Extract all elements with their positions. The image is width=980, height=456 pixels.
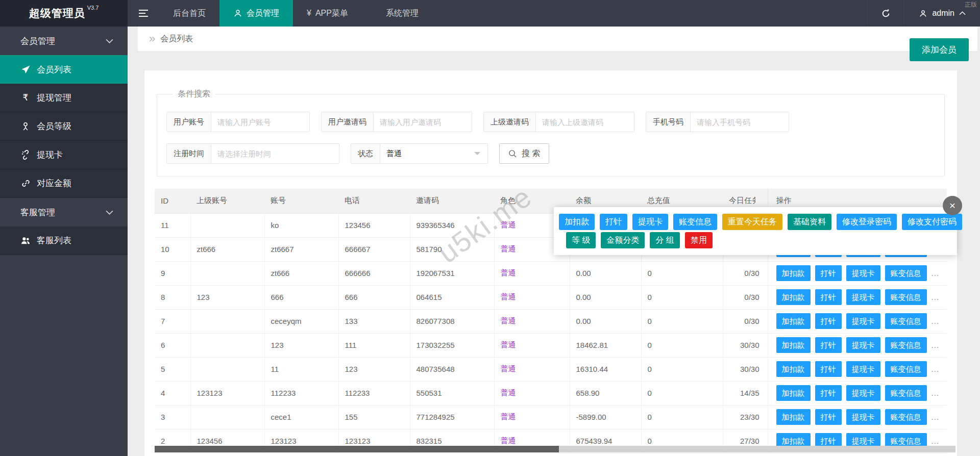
sidebar-group-members[interactable]: 会员管理 — [0, 27, 128, 55]
close-icon[interactable]: × — [943, 196, 962, 215]
cell-today-task: 30/30 — [723, 357, 768, 381]
scrollbar-thumb[interactable] — [155, 446, 559, 452]
row-action-button[interactable]: 打针 — [815, 361, 842, 377]
role-link[interactable]: 普通 — [501, 436, 516, 445]
row-action-button[interactable]: 加扣款 — [776, 361, 811, 377]
cell-role: 普通 — [494, 261, 570, 285]
more-actions[interactable]: ... — [932, 365, 940, 373]
row-action-button[interactable]: 打针 — [815, 313, 842, 329]
more-actions[interactable]: ... — [932, 317, 940, 325]
popup-action-button[interactable]: 基础资料 — [788, 214, 831, 230]
row-action-button[interactable]: 打针 — [815, 265, 842, 281]
sidebar-item-withdraw-card[interactable]: 提现卡 — [0, 141, 128, 169]
role-link[interactable]: 普通 — [501, 388, 516, 397]
register-time-input[interactable] — [211, 144, 339, 163]
chevron-down-icon — [106, 39, 113, 43]
cell-balance: 0.00 — [570, 309, 641, 333]
popup-action-button[interactable]: 修改登录密码 — [837, 214, 897, 230]
cell-parent-account — [190, 309, 264, 333]
cell-account: zt6667 — [264, 237, 338, 261]
user-invite-input[interactable] — [374, 112, 472, 132]
more-actions[interactable]: ... — [932, 389, 940, 397]
sidebar-item-member-level[interactable]: 会员等级 — [0, 112, 128, 141]
cell-phone: 123 — [338, 357, 410, 381]
role-link[interactable]: 普通 — [501, 340, 516, 349]
cell-balance: -5899.00 — [570, 405, 641, 429]
nav-item-members[interactable]: 会员管理 — [219, 0, 293, 27]
role-link[interactable]: 普通 — [501, 364, 516, 373]
popup-action-button[interactable]: 等 级 — [566, 232, 596, 248]
horizontal-scrollbar[interactable] — [155, 446, 955, 452]
nav-item-app-menu[interactable]: ¥ APP菜单 — [293, 0, 362, 27]
nav-item-system[interactable]: 系统管理 — [372, 0, 432, 27]
row-action-button[interactable]: 提现卡 — [846, 265, 880, 281]
row-action-button[interactable]: 打针 — [815, 385, 842, 401]
popup-action-button[interactable]: 重置今天任务 — [722, 214, 782, 230]
row-action-button[interactable]: 账变信息 — [885, 337, 927, 353]
cell-phone: 112233 — [338, 381, 410, 405]
row-action-button[interactable]: 提现卡 — [846, 385, 880, 401]
phone-input[interactable] — [691, 112, 789, 132]
popup-action-button[interactable]: 提现卡 — [632, 214, 668, 230]
row-action-button[interactable]: 账变信息 — [885, 313, 927, 329]
role-link[interactable]: 普通 — [501, 220, 516, 229]
cell-invite-code: 064615 — [410, 285, 494, 309]
search-button[interactable]: 搜 索 — [499, 143, 549, 164]
row-action-button[interactable]: 加扣款 — [776, 289, 811, 305]
row-action-button[interactable]: 加扣款 — [776, 313, 811, 329]
field-phone: 手机号码 — [646, 112, 789, 132]
nav-item-home[interactable]: 后台首页 — [159, 0, 219, 27]
unlink-icon — [19, 150, 32, 160]
row-action-button[interactable]: 打针 — [815, 289, 842, 305]
popup-action-button[interactable]: 分 组 — [650, 232, 679, 248]
refresh-button[interactable] — [867, 0, 904, 27]
row-action-button[interactable]: 加扣款 — [776, 337, 811, 353]
row-action-button[interactable]: 账变信息 — [885, 385, 927, 401]
more-actions[interactable]: ... — [932, 413, 940, 421]
role-link[interactable]: 普通 — [501, 268, 516, 277]
sidebar-item-member-list[interactable]: 会员列表 — [0, 55, 128, 84]
row-action-button[interactable]: 打针 — [815, 409, 842, 425]
row-action-button[interactable]: 账变信息 — [885, 409, 927, 425]
more-actions[interactable]: ... — [932, 341, 940, 349]
row-action-button[interactable]: 加扣款 — [776, 385, 811, 401]
sidebar-item-label: 会员列表 — [37, 64, 71, 75]
row-action-button[interactable]: 账变信息 — [885, 265, 927, 281]
row-action-button[interactable]: 提现卡 — [846, 289, 880, 305]
sidebar-item-support-list[interactable]: 客服列表 — [0, 226, 128, 255]
sidebar-item-withdraw-mgmt[interactable]: ₹ 提现管理 — [0, 84, 128, 112]
cell-invite-code: 826077308 — [410, 309, 494, 333]
row-action-button[interactable]: 打针 — [815, 337, 842, 353]
genuine-badge: 正版 — [965, 1, 977, 9]
row-action-button[interactable]: 账变信息 — [885, 361, 927, 377]
popup-action-button[interactable]: 修改支付密码 — [902, 214, 962, 230]
role-link[interactable]: 普通 — [501, 292, 516, 301]
row-action-button[interactable]: 提现卡 — [846, 313, 880, 329]
row-action-button[interactable]: 加扣款 — [776, 265, 811, 281]
status-select[interactable]: 普通 — [380, 144, 487, 163]
role-link[interactable]: 普通 — [501, 412, 516, 421]
more-actions[interactable]: ... — [932, 437, 940, 445]
more-actions[interactable]: ... — [932, 269, 940, 277]
more-actions[interactable]: ... — [932, 293, 940, 301]
search-row-2: 注册时间 状态 普通 搜 索 — [166, 143, 935, 164]
user-account-input[interactable] — [211, 112, 309, 132]
row-action-button[interactable]: 提现卡 — [846, 337, 880, 353]
parent-invite-input[interactable] — [536, 112, 634, 132]
popup-action-button[interactable]: 打针 — [600, 214, 627, 230]
row-action-button[interactable]: 账变信息 — [885, 289, 927, 305]
row-action-button[interactable]: 加扣款 — [776, 409, 811, 425]
role-link[interactable]: 普通 — [501, 244, 516, 253]
popup-action-button[interactable]: 账变信息 — [673, 214, 717, 230]
popup-action-button[interactable]: 禁用 — [685, 232, 713, 248]
sidebar-item-amount-map[interactable]: 对应金额 — [0, 169, 128, 198]
row-action-button[interactable]: 提现卡 — [846, 409, 880, 425]
role-link[interactable]: 普通 — [501, 316, 516, 325]
hamburger-icon[interactable] — [128, 0, 159, 27]
popup-action-button[interactable]: 金额分类 — [601, 232, 645, 248]
popup-action-button[interactable]: 加扣款 — [559, 214, 595, 230]
add-member-button[interactable]: 添加会员 — [910, 38, 969, 61]
sidebar-group-support[interactable]: 客服管理 — [0, 198, 128, 226]
row-action-button[interactable]: 提现卡 — [846, 361, 880, 377]
username: admin — [932, 9, 954, 18]
